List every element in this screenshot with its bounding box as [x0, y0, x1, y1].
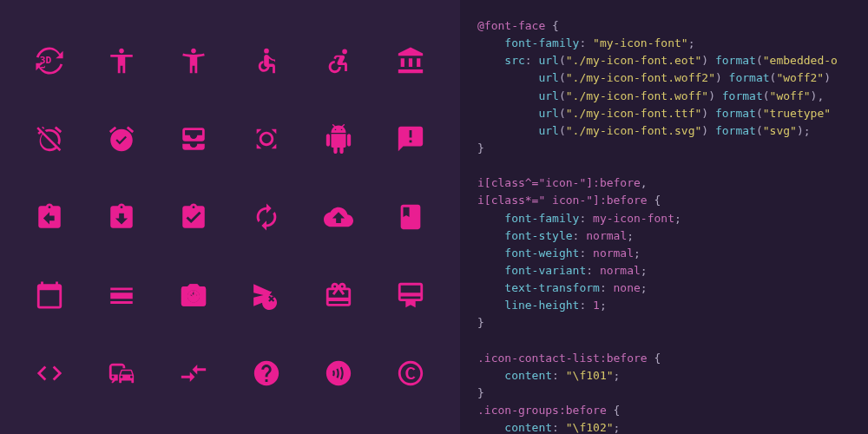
svg-text:3D: 3D	[39, 54, 51, 66]
card-membership-icon[interactable]	[379, 260, 443, 330]
all-inbox-icon[interactable]	[162, 104, 226, 174]
backup-icon[interactable]	[306, 182, 370, 252]
assignment-turned-in-icon[interactable]	[162, 182, 226, 252]
accessibility-new-icon[interactable]	[162, 26, 226, 95]
card-giftcard-icon[interactable]	[306, 260, 370, 330]
calendar-today-icon[interactable]	[17, 260, 81, 330]
code-icon[interactable]	[17, 339, 81, 408]
account-balance-icon[interactable]	[379, 26, 443, 95]
all-out-icon[interactable]	[234, 104, 298, 174]
book-icon[interactable]	[379, 182, 443, 252]
code-editor: @font-face { font-family: "my-icon-font"…	[460, 0, 868, 434]
icon-grid: 3D	[0, 0, 460, 434]
alarm-off-icon[interactable]	[17, 104, 81, 174]
help-icon[interactable]	[234, 339, 298, 408]
camera-enhance-icon[interactable]	[162, 260, 226, 330]
accessible-forward-icon[interactable]	[306, 26, 370, 95]
android-icon[interactable]	[306, 104, 370, 174]
accessibility-icon[interactable]	[89, 26, 153, 95]
assignment-return-icon[interactable]	[17, 182, 81, 252]
copyright-icon[interactable]	[379, 339, 443, 408]
contactless-icon[interactable]	[306, 339, 370, 408]
autorenew-icon[interactable]	[234, 182, 298, 252]
calendar-view-day-icon[interactable]	[89, 260, 153, 330]
alarm-on-icon[interactable]	[89, 104, 153, 174]
cancel-schedule-send-icon[interactable]	[234, 260, 298, 330]
accessible-icon[interactable]	[234, 26, 298, 95]
svg-point-2	[342, 49, 347, 55]
3d-rotation-icon[interactable]: 3D	[17, 26, 81, 95]
svg-point-1	[264, 49, 269, 54]
announcement-icon[interactable]	[379, 104, 443, 174]
at-rule: @font-face	[477, 19, 545, 32]
assignment-returned-icon[interactable]	[89, 182, 153, 252]
compare-arrows-icon[interactable]	[162, 339, 226, 408]
commute-icon[interactable]	[89, 339, 153, 408]
